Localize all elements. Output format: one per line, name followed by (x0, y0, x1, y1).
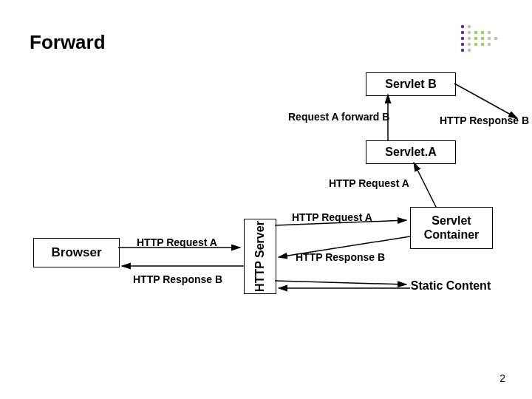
logo-icon (458, 22, 502, 59)
svg-point-13 (481, 31, 484, 34)
svg-point-7 (468, 37, 471, 40)
http-request-a-browser-label: HTTP Request A (137, 236, 217, 248)
svg-line-21 (454, 83, 517, 118)
svg-point-9 (468, 49, 471, 52)
svg-line-22 (414, 163, 436, 207)
http-response-b-top-label: HTTP Response B (440, 115, 529, 126)
svg-point-2 (461, 37, 464, 40)
static-content-box: Static Content (410, 270, 491, 303)
request-a-forward-b-label: Request A forward B (288, 111, 389, 123)
svg-point-0 (461, 25, 464, 28)
servlet-container-box: Servlet Container (410, 207, 493, 249)
slide: Forward (0, 0, 532, 399)
svg-line-27 (275, 281, 406, 284)
http-server-box: HTTP Server (244, 219, 276, 294)
svg-point-17 (488, 37, 491, 40)
arrows-layer (0, 0, 532, 399)
http-request-a-mid-label: HTTP Request A (292, 211, 372, 223)
browser-box: Browser (33, 238, 120, 267)
http-response-b-browser-label: HTTP Response B (133, 273, 222, 285)
svg-point-4 (461, 49, 464, 52)
servlet-a-box: Servlet.A (366, 140, 456, 164)
svg-point-11 (474, 37, 477, 40)
svg-point-14 (481, 37, 484, 40)
svg-point-12 (474, 43, 477, 46)
svg-point-8 (468, 43, 471, 46)
http-server-label: HTTP Server (253, 221, 267, 292)
svg-point-1 (461, 31, 464, 34)
page-number: 2 (499, 372, 505, 384)
svg-point-3 (461, 43, 464, 46)
servlet-b-box: Servlet B (366, 72, 456, 96)
http-request-a-top-label: HTTP Request A (329, 177, 409, 189)
svg-point-15 (481, 43, 484, 46)
page-title: Forward (30, 31, 106, 54)
svg-point-5 (468, 25, 471, 28)
svg-point-6 (468, 31, 471, 34)
svg-point-10 (474, 31, 477, 34)
svg-point-18 (488, 43, 491, 46)
svg-point-19 (494, 37, 497, 40)
svg-point-16 (488, 31, 491, 34)
http-response-b-mid-label: HTTP Response B (296, 251, 385, 263)
